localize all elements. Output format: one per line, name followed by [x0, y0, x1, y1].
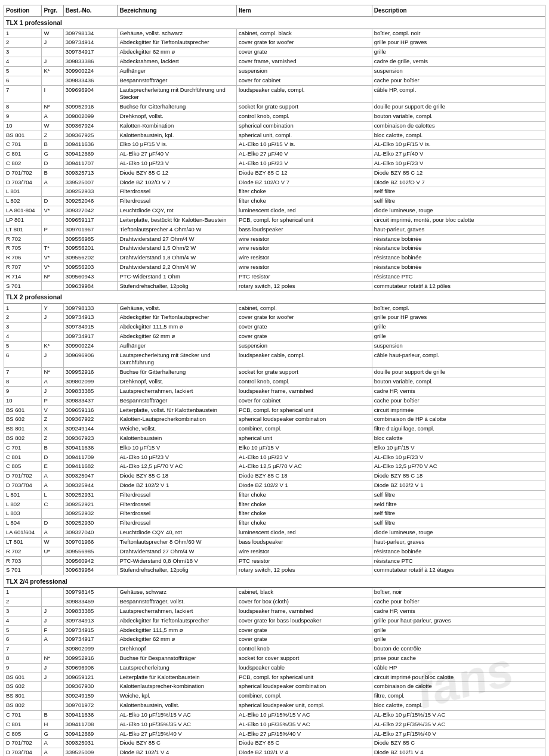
cell-0: BS 801 — [4, 692, 42, 701]
cell-1: B — [42, 710, 63, 720]
cell-1: A — [42, 748, 63, 756]
cell-0: 7 — [4, 645, 42, 654]
table-row: 1W309798134Gehäuse, vollst. schwarzcabin… — [4, 29, 545, 38]
cell-1: Z — [42, 415, 63, 425]
table-row: R 702309556985Drahtwiderstand 27 Ohm/4 W… — [4, 234, 545, 244]
cell-3: Drehknopf — [118, 645, 237, 654]
cell-1: B — [42, 443, 63, 453]
cell-4: bass loudspeaker — [236, 225, 372, 234]
cell-0: L 802 — [4, 197, 42, 206]
table-row: 4J309833386Abdeckrahmen, lackiertcover f… — [4, 57, 545, 67]
cell-3: Kalottenbaustein, kpl. — [118, 131, 237, 140]
table-row: C 801D309411709AL-Elko 10 µF/23 VAL-Elko… — [4, 453, 545, 462]
cell-4: Diode BZY 85 C 18 — [236, 472, 372, 481]
cell-2: 309952916 — [63, 654, 118, 664]
cell-1: W — [42, 29, 63, 38]
table-row: S 701309639984Stufendrehschalter, 12poli… — [4, 281, 545, 291]
cell-4: AL-Elko 12,5 µF/70 V AC — [236, 462, 372, 472]
table-row: 10W309367924Kalotten-Kombinationspherica… — [4, 121, 545, 131]
cell-0: 6 — [4, 351, 42, 368]
cell-4: loudspeaker cable, compl. — [236, 85, 372, 103]
cell-3: Filterdrossel — [118, 490, 237, 500]
cell-3: Buchse für Gitterhalterung — [118, 103, 237, 112]
cell-5: grille — [372, 323, 545, 332]
cell-5: boîtier, compl. — [372, 303, 545, 313]
cell-0: 1 — [4, 588, 42, 597]
cell-0: 2 — [4, 313, 42, 323]
cell-5: cadre de grille, vernis — [372, 57, 545, 67]
cell-4: Diode BZ 102/1 V 4 — [236, 748, 372, 756]
cell-1: B — [42, 168, 63, 178]
table-row: 2J309734914Abdeckgitter für Tieftonlauts… — [4, 38, 545, 48]
cell-1: N* — [42, 103, 63, 112]
cell-2: 309325944 — [63, 481, 118, 491]
cell-0: L 802 — [4, 500, 42, 509]
cell-2: 309411636 — [63, 710, 118, 720]
cell-3: Kalotten-Kombination — [118, 121, 237, 131]
cell-5: câble HP — [372, 663, 545, 673]
table-row: 9A309802099Drehknopf, vollst.control kno… — [4, 111, 545, 121]
cell-3: AL-Elko 27 µF/40 V — [118, 150, 237, 159]
cell-1 — [42, 76, 63, 85]
cell-5: grille — [372, 48, 545, 57]
cell-3: Abdeckgitter für Tieftonlautsprecher — [118, 38, 237, 48]
cell-4: control knob, compl. — [236, 377, 372, 387]
cell-2: 309412669 — [63, 729, 118, 739]
cell-1 — [42, 588, 63, 597]
cell-4: cover grate — [236, 323, 372, 332]
header-position: Position — [4, 5, 42, 17]
cell-2: 309411636 — [63, 140, 118, 150]
cell-4: cover grate for bass loudspeaker — [236, 616, 372, 625]
cell-4: bass loudspeaker — [236, 537, 372, 547]
table-row: LT 801P309701967Tieftonlautsprecher 4 Oh… — [4, 225, 545, 234]
cell-2: 309952916 — [63, 368, 118, 377]
cell-5: grille pour haut-parleur, graves — [372, 616, 545, 625]
cell-3: Drahtwiderstand 2,2 Ohm/4 W — [118, 262, 237, 272]
header-bezeichnung: Bezeichnung — [118, 5, 237, 17]
cell-0: C 701 — [4, 443, 42, 453]
table-row: L 801309252933Filterdrosselfilter chokes… — [4, 187, 545, 197]
cell-4: cover grate — [236, 635, 372, 645]
cell-5: grille pour HP graves — [372, 38, 545, 48]
table-row: L 804D309252930Filterdrosselfilter choke… — [4, 519, 545, 528]
cell-5: haut-parleur, graves — [372, 225, 545, 234]
cell-5: câble haut-parleur, compl. — [372, 351, 545, 368]
cell-4: wire resistor — [236, 262, 372, 272]
cell-3: Gehäuse, vollst. schwarz — [118, 29, 237, 38]
cell-4: control knob, compl. — [236, 111, 372, 121]
cell-5: câble HP, compl. — [372, 85, 545, 103]
table-row: R 703309560942PTC-Widerstand 0,8 Ohm/18 … — [4, 556, 545, 566]
cell-4: cover for box (cloth) — [236, 597, 372, 607]
cell-3: Elko 10 µF/15 V — [118, 443, 237, 453]
cell-2: 309367923 — [63, 433, 118, 443]
cell-0: 10 — [4, 121, 42, 131]
cell-4: Diode BZY 85 C — [236, 739, 372, 748]
cell-5: Elko 10 µF/15 V — [372, 443, 545, 453]
cell-1: D — [42, 453, 63, 462]
cell-3: AL-Elko 10 µF/15%/15 V AC — [118, 710, 237, 720]
cell-5: cadre HP, vernis — [372, 606, 545, 616]
cell-0: R 702 — [4, 547, 42, 556]
cell-3: Buchse für Gitterhalterung — [118, 368, 237, 377]
cell-4: PCB, compl. for spherical unit — [236, 215, 372, 225]
cell-0: L 801 — [4, 187, 42, 197]
cell-4: luminescent diode, red — [236, 528, 372, 538]
table-row: D 701/702A309325047Diode BZY 85 C 18Diod… — [4, 472, 545, 481]
cell-3: Kalottenbaustein — [118, 433, 237, 443]
table-row: 3309734915Abdeckgitter 111,5 mm øcover g… — [4, 323, 545, 332]
cell-2: 309659116 — [63, 405, 118, 415]
cell-4: cover grate — [236, 48, 372, 57]
cell-3: AL-Elko 27 µF/15%/40 V — [118, 729, 237, 739]
cell-0: 1 — [4, 29, 42, 38]
cell-3: Filterdrossel — [118, 197, 237, 206]
cell-4: Elko 10 µF/15 V — [236, 443, 372, 453]
cell-1: J — [42, 57, 63, 67]
table-row: 5K*309900224Aufhängersuspensionsuspensio… — [4, 66, 545, 76]
cell-2: 309252930 — [63, 519, 118, 528]
cell-0: 6 — [4, 76, 42, 85]
cell-2: 309325047 — [63, 472, 118, 481]
cell-1: W — [42, 537, 63, 547]
cell-3: Diode BZY 85 C — [118, 739, 237, 748]
parts-table: Position Prgr. Best.-No. Bezeichnung Ite… — [4, 5, 545, 756]
cell-3: Leiterplatte für Kalottenbaustein — [118, 673, 237, 682]
